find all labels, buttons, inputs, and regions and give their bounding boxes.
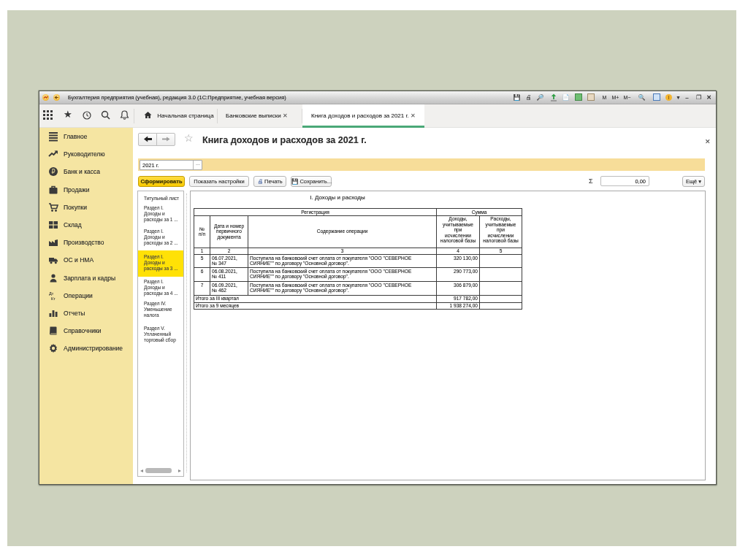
svg-text:₽: ₽ — [51, 169, 55, 175]
svg-text:Кт: Кт — [51, 296, 56, 300]
svg-text:Дт: Дт — [49, 291, 54, 296]
